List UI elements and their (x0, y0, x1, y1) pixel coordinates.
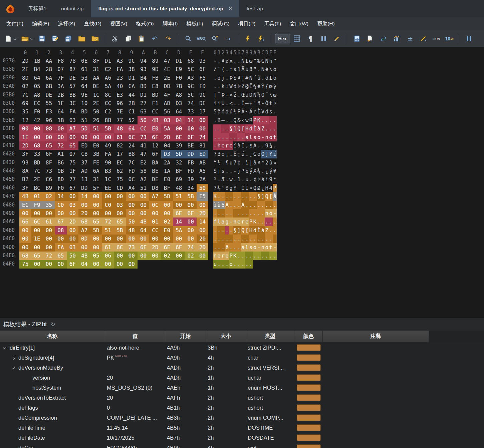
hex-char[interactable]: . (261, 74, 265, 82)
menu-item[interactable]: 编辑(E) (28, 20, 54, 27)
hex-byte[interactable]: 53 (78, 74, 90, 82)
hex-char[interactable]: ø (225, 57, 229, 65)
hex-char[interactable]: » (229, 91, 233, 99)
hex-char[interactable]: _ (237, 184, 241, 192)
hex-char[interactable]: “ (253, 65, 257, 73)
hex-char[interactable]: Q (253, 184, 257, 192)
hex-byte[interactable]: 00 (43, 133, 55, 141)
hex-char[interactable] (273, 235, 277, 243)
hex-char[interactable]: R (249, 116, 253, 124)
hex-byte[interactable]: 8D (19, 74, 31, 82)
hex-byte[interactable]: 00 (19, 124, 31, 133)
hex-byte[interactable]: 0C (149, 201, 161, 209)
hex-char[interactable]: a (221, 217, 225, 226)
template-row-deFileTime[interactable]: deFileTime11:45:144B5h2hDOSTIME (0, 423, 429, 433)
hex-char[interactable]: . (253, 252, 257, 260)
hex-byte[interactable]: 52 (126, 116, 138, 124)
hex-byte[interactable]: 00 (138, 192, 149, 200)
hex-char[interactable]: é (265, 65, 269, 73)
hex-char[interactable]: œ (269, 82, 273, 90)
hex-char[interactable]: . (221, 124, 225, 133)
cut-button[interactable] (109, 33, 120, 44)
hex-byte[interactable]: 00 (90, 201, 102, 209)
hex-byte[interactable]: 03 (161, 116, 173, 124)
hex-char[interactable]: l (245, 243, 249, 252)
hex-char[interactable]: . (245, 150, 249, 158)
paste-button[interactable] (136, 33, 147, 44)
collapse-icon[interactable] (12, 366, 15, 369)
hex-char[interactable]: £ (269, 74, 273, 82)
hex-byte[interactable]: 2E (90, 99, 102, 107)
hex-char[interactable]: Ý (261, 82, 265, 90)
hex-char[interactable]: . (225, 226, 229, 235)
hex-byte[interactable]: FA (114, 65, 126, 73)
hex-char[interactable]: P (237, 107, 241, 116)
hex-char[interactable]: ý (249, 167, 253, 175)
hex-char[interactable]: u (229, 158, 233, 167)
hex-char[interactable]: ‰ (257, 57, 261, 65)
hex-char[interactable]: h (269, 57, 273, 65)
hex-byte[interactable]: 61 (43, 217, 55, 226)
hex-byte[interactable]: E3 (114, 91, 126, 99)
hex-char[interactable]: . (249, 260, 253, 268)
hex-char[interactable]: Ñ (253, 91, 257, 99)
hex-byte[interactable]: 5D (161, 192, 173, 200)
hex-char[interactable]: o (273, 65, 277, 73)
color-swatch[interactable] (297, 354, 321, 361)
hex-char[interactable]: ¾ (257, 167, 261, 175)
hex-byte[interactable]: 00 (67, 209, 78, 217)
hex-byte[interactable]: 3A (55, 82, 66, 90)
hex-char[interactable]: 5 (221, 201, 225, 209)
hex-byte[interactable]: FD (197, 82, 208, 90)
hex-byte[interactable]: 00 (55, 133, 66, 141)
hex-char[interactable]: . (273, 141, 277, 150)
hex-byte[interactable]: B3 (102, 167, 114, 175)
tab-close-icon[interactable]: × (229, 5, 232, 12)
color-swatch[interactable] (297, 424, 321, 431)
hex-char[interactable]: r (225, 141, 229, 150)
hex-byte[interactable]: 87 (67, 65, 78, 73)
hex-byte[interactable]: 75 (67, 158, 78, 167)
hex-byte[interactable]: 8D (55, 175, 66, 183)
column-header-5[interactable]: 类型 (246, 331, 294, 342)
hex-byte[interactable]: 00 (43, 235, 55, 243)
hex-byte[interactable]: 56 (161, 107, 173, 116)
hex-byte[interactable]: 72 (43, 252, 55, 260)
menu-item[interactable]: 格式(O) (132, 20, 158, 27)
hex-byte[interactable]: F9 (31, 201, 43, 209)
hex-char[interactable]: ] (261, 192, 265, 200)
hex-byte[interactable]: 51 (138, 184, 149, 192)
histogram-button[interactable] (391, 33, 403, 44)
hex-char[interactable]: - (233, 167, 237, 175)
find-next-button[interactable] (209, 33, 220, 44)
hex-byte[interactable]: 23 (114, 74, 126, 82)
hex-byte[interactable]: 6A (90, 167, 102, 175)
hex-char[interactable]: . (237, 235, 241, 243)
hex-byte[interactable]: 90 (102, 158, 114, 167)
hex-byte[interactable]: BB (67, 91, 78, 99)
hex-byte[interactable]: 3B (90, 150, 102, 158)
hex-char[interactable]: t (273, 133, 277, 141)
hex-byte[interactable]: 1F (67, 167, 78, 175)
hex-char[interactable]: Ý (233, 184, 237, 192)
hex-byte[interactable]: 66 (19, 217, 31, 226)
hex-byte[interactable]: 51 (78, 116, 90, 124)
hex-char[interactable]: e (229, 141, 233, 150)
hex-byte[interactable]: 47 (161, 57, 173, 65)
hex-char[interactable]: Ñ (249, 74, 253, 82)
hex-char[interactable]: . (233, 133, 237, 141)
hex-byte[interactable]: 31 (90, 175, 102, 183)
hex-byte[interactable]: 4B (19, 192, 31, 200)
hex-char[interactable]: . (241, 252, 245, 260)
compare-button[interactable]: ⇄ (378, 33, 389, 44)
hex-char[interactable]: B (217, 116, 221, 124)
hex-byte[interactable]: 2A (197, 175, 208, 183)
hex-byte[interactable]: 5F (90, 184, 102, 192)
hex-byte[interactable]: B9 (43, 184, 55, 192)
hex-char[interactable]: K (213, 192, 217, 200)
hex-byte[interactable]: 00 (31, 243, 43, 252)
hex-char[interactable]: w (245, 116, 249, 124)
hex-char[interactable]: . (265, 201, 269, 209)
hex-byte[interactable]: 00 (149, 235, 161, 243)
hex-char[interactable]: ý (269, 167, 273, 175)
